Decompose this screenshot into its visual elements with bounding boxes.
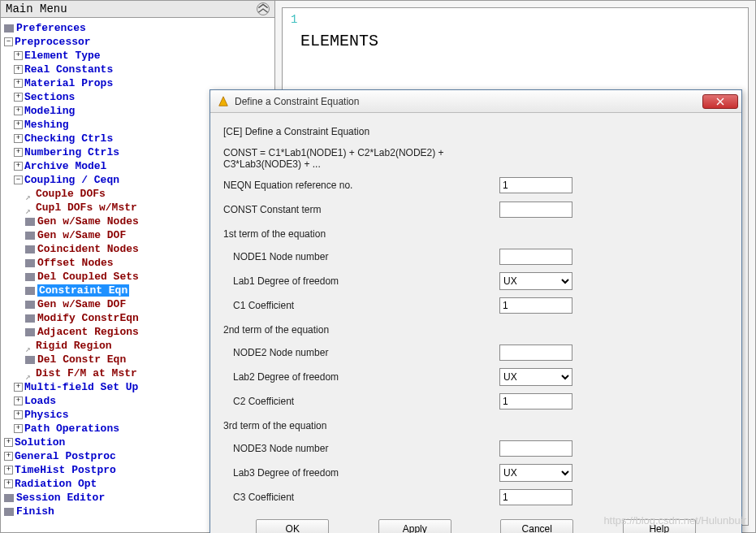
main-menu-title: Main Menu bbox=[6, 2, 67, 15]
dialog-titlebar[interactable]: Define a Constraint Equation bbox=[210, 90, 741, 113]
tree-item[interactable]: +Material Props bbox=[2, 76, 273, 90]
tree-item-label: Radiation Opt bbox=[15, 478, 97, 490]
expand-icon[interactable]: + bbox=[14, 79, 23, 88]
tree-item-label: Constraint Eqn bbox=[37, 284, 129, 297]
expand-icon[interactable]: + bbox=[4, 452, 13, 461]
leaf-icon bbox=[4, 508, 14, 516]
expand-icon[interactable]: + bbox=[14, 120, 23, 129]
canvas-title: ELEMENTS bbox=[300, 32, 378, 50]
tree-item-label: Element Type bbox=[24, 50, 101, 62]
dof-select[interactable]: UX bbox=[499, 272, 572, 290]
tree-item[interactable]: Preferences bbox=[2, 21, 273, 35]
coef-input[interactable] bbox=[499, 297, 572, 314]
expand-icon[interactable]: + bbox=[4, 466, 13, 474]
dof-select[interactable]: UX bbox=[499, 464, 572, 482]
tree-item-label: Meshing bbox=[24, 119, 69, 131]
leaf-icon bbox=[25, 218, 35, 226]
lab-label: Lab2 Degree of freedom bbox=[223, 371, 499, 383]
tree-item-label: General Postproc bbox=[15, 450, 116, 462]
help-button[interactable]: Help bbox=[623, 519, 696, 533]
tree-item[interactable]: +Element Type bbox=[2, 49, 273, 63]
collapse-icon[interactable]: − bbox=[4, 37, 13, 46]
dof-select[interactable]: UX bbox=[499, 368, 572, 386]
leaf-icon bbox=[25, 328, 35, 336]
tree-item-label: Preferences bbox=[16, 22, 86, 34]
leaf-icon bbox=[25, 245, 35, 254]
dialog-heading: [CE] Define a Constraint Equation bbox=[223, 126, 499, 137]
leaf-icon bbox=[25, 273, 35, 281]
cancel-button[interactable]: Cancel bbox=[500, 519, 573, 533]
const-input[interactable] bbox=[499, 202, 572, 218]
lab-label: Lab1 Degree of freedom bbox=[223, 275, 499, 287]
term-section-title: 3rd term of the equation bbox=[223, 420, 499, 431]
arrow-icon bbox=[25, 370, 33, 378]
apply-button[interactable]: Apply bbox=[378, 519, 451, 533]
expand-icon[interactable]: + bbox=[14, 148, 23, 157]
expand-icon[interactable]: + bbox=[14, 424, 23, 433]
expand-icon[interactable]: + bbox=[14, 162, 23, 171]
tree-item-label: Dist F/M at Mstr bbox=[36, 367, 137, 379]
node-input[interactable] bbox=[499, 344, 572, 361]
tree-item-label: Cupl DOFs w/Mstr bbox=[36, 202, 137, 214]
coef-input[interactable] bbox=[499, 393, 572, 410]
tree-item-label: Preprocessor bbox=[15, 36, 91, 48]
tree-item-label: Session Editor bbox=[16, 492, 105, 504]
leaf-icon bbox=[25, 301, 35, 309]
expand-icon[interactable]: + bbox=[14, 106, 23, 115]
node-input[interactable] bbox=[499, 440, 572, 457]
main-menu-header: Main Menu bbox=[1, 1, 274, 18]
expand-icon[interactable]: + bbox=[14, 65, 23, 74]
tree-item-label: Solution bbox=[15, 436, 65, 448]
node-label: NODE2 Node number bbox=[223, 347, 499, 358]
tree-item-label: Adjacent Regions bbox=[37, 326, 139, 338]
tree-item-label: Gen w/Same DOF bbox=[37, 229, 126, 241]
tree-item-label: Multi-field Set Up bbox=[24, 381, 138, 393]
expand-icon[interactable]: + bbox=[14, 93, 23, 102]
tree-item-label: Material Props bbox=[24, 77, 113, 89]
tree-item-label: Offset Nodes bbox=[37, 257, 114, 269]
tree-item-label: Archive Model bbox=[24, 160, 106, 172]
tree-item-label: Sections bbox=[24, 91, 75, 103]
tree-item-label: Rigid Region bbox=[36, 340, 112, 352]
tree-item-label: Gen w/Same DOF bbox=[37, 298, 126, 310]
expand-icon[interactable]: + bbox=[14, 410, 23, 419]
node-input[interactable] bbox=[499, 249, 572, 265]
leaf-icon bbox=[25, 314, 35, 323]
tree-item[interactable]: −Preprocessor bbox=[2, 35, 273, 49]
canvas-number: 1 bbox=[291, 13, 297, 26]
tree-item[interactable]: +Real Constants bbox=[2, 63, 273, 76]
dialog-formula: CONST = C1*Lab1(NODE1) + C2*Lab2(NODE2) … bbox=[223, 147, 499, 170]
expand-icon[interactable]: + bbox=[14, 134, 23, 143]
coef-label: C3 Coefficient bbox=[223, 492, 499, 503]
ok-button[interactable]: OK bbox=[256, 519, 329, 533]
tree-item-label: Gen w/Same Nodes bbox=[37, 215, 139, 228]
coef-input[interactable] bbox=[499, 489, 572, 505]
neqn-label: NEQN Equation reference no. bbox=[223, 180, 499, 191]
tree-item-label: Numbering Ctrls bbox=[24, 146, 119, 158]
expand-icon[interactable]: + bbox=[14, 383, 23, 392]
arrow-icon bbox=[25, 342, 33, 350]
coef-label: C1 Coefficient bbox=[223, 300, 499, 311]
close-icon[interactable] bbox=[702, 94, 738, 109]
tree-item-label: Finish bbox=[16, 505, 54, 518]
term-section-title: 2nd term of the equation bbox=[223, 324, 499, 336]
collapse-up-icon[interactable] bbox=[257, 2, 270, 15]
node-label: NODE3 Node number bbox=[223, 443, 499, 454]
dialog-body: [CE] Define a Constraint Equation CONST … bbox=[210, 113, 741, 533]
tree-item-label: Del Coupled Sets bbox=[37, 271, 139, 283]
arrow-icon bbox=[25, 190, 33, 198]
leaf-icon bbox=[25, 356, 35, 364]
collapse-icon[interactable]: − bbox=[14, 176, 23, 184]
tree-item-label: Couple DOFs bbox=[36, 188, 106, 200]
expand-icon[interactable]: + bbox=[14, 51, 23, 60]
node-label: NODE1 Node number bbox=[223, 251, 499, 262]
tree-item-label: Checking Ctrls bbox=[24, 132, 113, 145]
leaf-icon bbox=[25, 259, 35, 267]
expand-icon[interactable]: + bbox=[14, 396, 23, 405]
tree-item-label: Physics bbox=[24, 409, 69, 421]
tree-item-label: Coupling / Ceqn bbox=[24, 174, 119, 186]
expand-icon[interactable]: + bbox=[4, 438, 13, 447]
expand-icon[interactable]: + bbox=[4, 479, 13, 488]
term-section-title: 1st term of the equation bbox=[223, 228, 499, 240]
neqn-input[interactable] bbox=[499, 177, 572, 193]
